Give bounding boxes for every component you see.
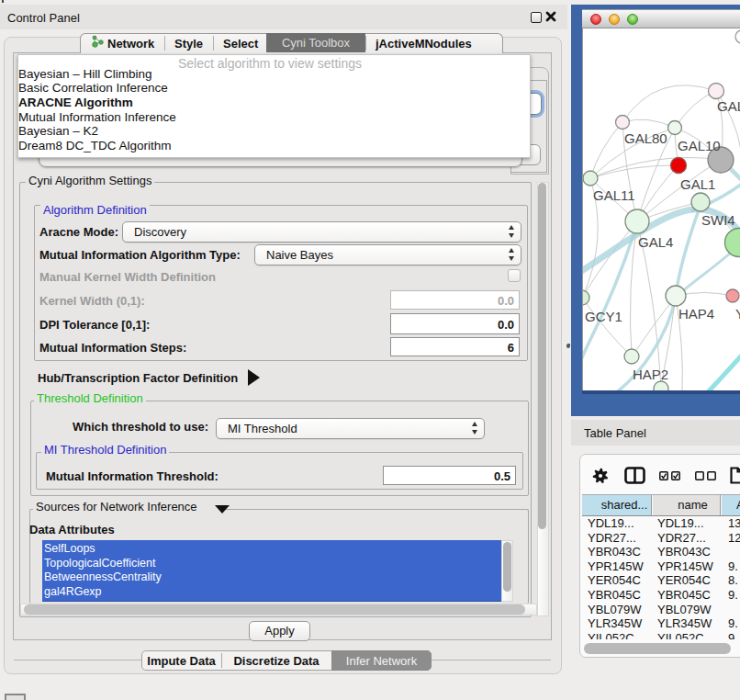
svg-text:Y: Y <box>735 306 740 322</box>
svg-text:HAP4: HAP4 <box>678 306 714 322</box>
svg-text:GAL7: GAL7 <box>717 98 740 114</box>
svg-text:GAL1: GAL1 <box>680 176 715 192</box>
svg-text:GCY1: GCY1 <box>585 309 622 324</box>
svg-text:HAP2: HAP2 <box>633 367 668 382</box>
svg-text:GAL4: GAL4 <box>638 234 673 250</box>
svg-text:GAL10: GAL10 <box>678 138 721 153</box>
svg-text:GAL80: GAL80 <box>624 130 667 146</box>
svg-text:GAL11: GAL11 <box>593 187 635 203</box>
svg-text:SWI4: SWI4 <box>701 212 735 228</box>
